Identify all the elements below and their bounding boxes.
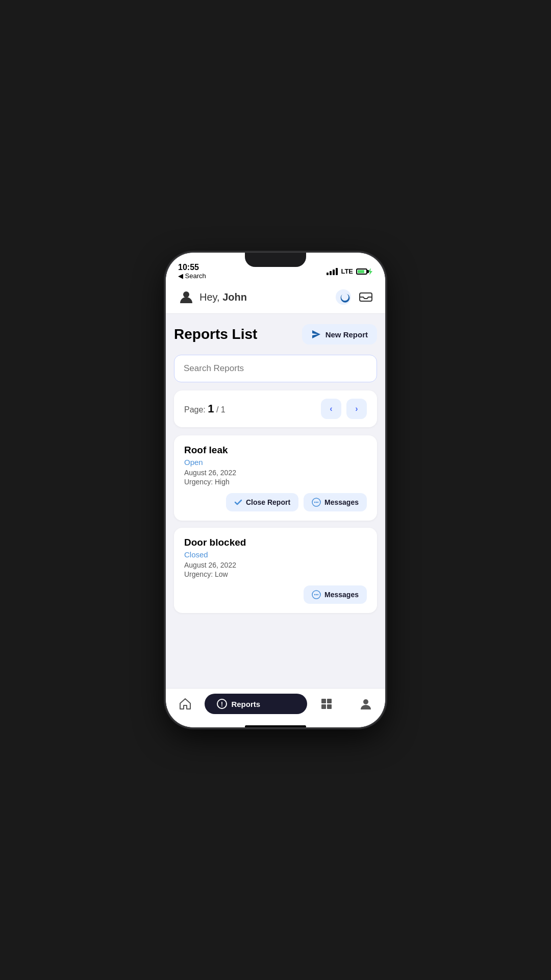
dark-mode-icon[interactable] bbox=[335, 289, 352, 305]
pagination-controls: ‹ › bbox=[321, 399, 367, 419]
report-title-1: Roof leak bbox=[184, 445, 367, 456]
nav-profile[interactable] bbox=[346, 697, 385, 710]
reports-nav-icon: ! bbox=[217, 699, 227, 709]
header-left: Hey, John bbox=[178, 289, 247, 305]
svg-point-5 bbox=[316, 502, 317, 503]
inbox-icon[interactable] bbox=[359, 290, 373, 304]
profile-icon bbox=[359, 697, 372, 710]
close-report-button-1[interactable]: Close Report bbox=[226, 493, 298, 511]
messages-button-1[interactable]: Messages bbox=[304, 493, 367, 511]
grid-icon bbox=[320, 698, 333, 710]
page-total: / 1 bbox=[216, 405, 226, 414]
new-report-button[interactable]: New Report bbox=[302, 324, 377, 345]
search-input[interactable] bbox=[184, 363, 367, 374]
svg-rect-14 bbox=[327, 699, 332, 703]
new-report-label: New Report bbox=[325, 330, 368, 339]
report-title-2: Door blocked bbox=[184, 537, 367, 548]
username: John bbox=[222, 291, 247, 303]
nav-reports[interactable]: ! Reports bbox=[205, 694, 307, 714]
svg-point-10 bbox=[317, 594, 318, 595]
search-container bbox=[174, 355, 377, 382]
messages-label-1: Messages bbox=[324, 498, 359, 506]
page-label: Page: bbox=[184, 405, 206, 414]
status-time: 10:55 bbox=[178, 263, 206, 272]
report-status-1: Open bbox=[184, 458, 367, 467]
main-content: Reports List New Report Page: 1 / bbox=[166, 314, 385, 688]
svg-point-17 bbox=[363, 699, 368, 704]
notch bbox=[245, 253, 306, 267]
home-indicator-bar bbox=[166, 724, 385, 727]
bottom-nav: ! Reports bbox=[166, 688, 385, 724]
pagination-card: Page: 1 / 1 ‹ › bbox=[174, 390, 377, 427]
title-row: Reports List New Report bbox=[174, 324, 377, 345]
home-icon bbox=[179, 697, 192, 710]
report-date-2: August 26, 2022 bbox=[184, 561, 367, 569]
phone-screen: 10:55 ◀ Search LTE bbox=[166, 253, 385, 727]
svg-point-6 bbox=[317, 502, 318, 503]
svg-rect-13 bbox=[321, 699, 326, 703]
messages-label-2: Messages bbox=[324, 591, 359, 599]
page-current: 1 bbox=[208, 402, 214, 415]
report-urgency-1: Urgency: High bbox=[184, 478, 367, 486]
svg-rect-15 bbox=[321, 704, 326, 709]
messages-icon-1 bbox=[312, 498, 321, 507]
send-icon bbox=[311, 329, 321, 339]
report-actions-2: Messages bbox=[184, 585, 367, 604]
phone-frame: 10:55 ◀ Search LTE bbox=[166, 253, 385, 727]
report-date-1: August 26, 2022 bbox=[184, 469, 367, 477]
messages-icon-2 bbox=[312, 590, 321, 599]
svg-point-0 bbox=[183, 291, 189, 298]
messages-button-2[interactable]: Messages bbox=[304, 585, 367, 604]
page-title: Reports List bbox=[174, 326, 257, 342]
nav-grid[interactable] bbox=[307, 698, 346, 710]
svg-point-9 bbox=[316, 594, 317, 595]
svg-point-4 bbox=[314, 502, 315, 503]
report-card-2: Door blocked Closed August 26, 2022 Urge… bbox=[174, 528, 377, 613]
report-card-1: Roof leak Open August 26, 2022 Urgency: … bbox=[174, 435, 377, 521]
prev-page-button[interactable]: ‹ bbox=[321, 399, 341, 419]
back-button[interactable]: ◀ Search bbox=[178, 272, 206, 280]
page-info: Page: 1 / 1 bbox=[184, 402, 226, 415]
status-indicators: LTE bbox=[327, 264, 373, 275]
checkmark-icon bbox=[234, 498, 242, 506]
svg-text:!: ! bbox=[221, 701, 223, 708]
home-indicator bbox=[245, 725, 306, 727]
user-avatar-icon bbox=[178, 289, 194, 305]
nav-home[interactable] bbox=[166, 697, 205, 710]
header-right bbox=[335, 289, 373, 305]
report-actions-1: Close Report Messages bbox=[184, 493, 367, 511]
header: Hey, John bbox=[166, 284, 385, 314]
svg-point-8 bbox=[314, 594, 315, 595]
reports-nav-label: Reports bbox=[231, 700, 260, 708]
signal-icon bbox=[327, 268, 338, 275]
battery-icon bbox=[356, 268, 373, 275]
report-urgency-2: Urgency: Low bbox=[184, 570, 367, 578]
report-status-2: Closed bbox=[184, 550, 367, 559]
lte-label: LTE bbox=[341, 267, 353, 275]
svg-rect-16 bbox=[327, 704, 332, 709]
greeting-text: Hey, John bbox=[199, 291, 247, 303]
next-page-button[interactable]: › bbox=[346, 399, 367, 419]
close-report-label: Close Report bbox=[246, 498, 290, 506]
